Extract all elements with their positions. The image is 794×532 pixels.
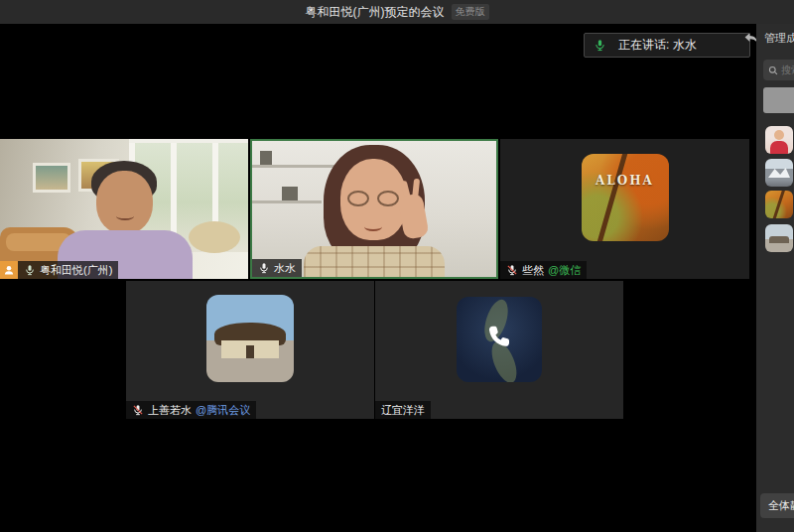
video-tile-host[interactable]: 粤和田悦(广州) xyxy=(0,139,248,279)
video-tile-avatar-autumn[interactable]: ALOHA 些然@微信 xyxy=(500,139,749,279)
avatar-head xyxy=(774,130,784,140)
mic-on-icon xyxy=(258,262,270,274)
avatar-text: ALOHA xyxy=(582,174,669,188)
mute-all-button[interactable]: 全体静音 xyxy=(760,493,794,518)
participant-list-avatar[interactable] xyxy=(765,159,793,187)
participant-search[interactable] xyxy=(763,60,794,80)
participants-sidebar: 管理成员 全体静音 xyxy=(756,24,794,532)
mic-muted-icon xyxy=(506,264,518,276)
video-tile-avatar-building[interactable]: 上善若水@腾讯会议 xyxy=(126,281,374,419)
shelf xyxy=(252,200,322,203)
shelf-item xyxy=(282,187,298,200)
free-version-badge[interactable]: 免费版 xyxy=(452,4,489,20)
mic-muted-icon xyxy=(132,404,144,416)
mountain-shape xyxy=(768,168,790,178)
participant-name: 粤和田悦(广州) xyxy=(40,263,112,278)
phone-icon xyxy=(484,323,514,356)
participant-name: 些然 xyxy=(522,263,544,278)
plaid-shirt xyxy=(304,246,445,279)
search-input[interactable] xyxy=(781,65,794,75)
night-avatar xyxy=(457,297,542,382)
search-icon xyxy=(768,66,778,75)
sidebar-panel-button[interactable] xyxy=(763,87,794,113)
host-badge-icon xyxy=(0,261,18,279)
wall-painting xyxy=(33,163,70,193)
autumn-avatar: ALOHA xyxy=(582,154,669,241)
building-shape xyxy=(769,236,789,243)
mic-active-icon xyxy=(594,39,606,52)
participant-list-avatar[interactable] xyxy=(765,126,793,154)
mic-on-icon xyxy=(24,264,36,276)
shelf xyxy=(252,165,343,168)
person-smile xyxy=(364,222,382,231)
building-door xyxy=(246,345,253,358)
participant-name-label: 些然@微信 xyxy=(500,261,587,279)
participant-name: 上善若水 xyxy=(148,403,192,418)
building-avatar xyxy=(206,295,294,382)
video-tile-speaking[interactable]: 水水 xyxy=(250,139,498,279)
branch xyxy=(595,154,627,241)
speaking-banner: 正在讲话: 水水 xyxy=(584,33,750,58)
participant-name-label: 上善若水@腾讯会议 xyxy=(126,401,256,419)
participant-name-label: 水水 xyxy=(252,259,302,277)
person-smile xyxy=(116,212,134,220)
person-head xyxy=(96,171,153,234)
branch xyxy=(772,191,785,218)
participant-list-avatar[interactable] xyxy=(765,224,793,252)
pouf xyxy=(189,221,240,253)
participant-list-avatar[interactable] xyxy=(765,191,793,218)
title-bar: 粤和田悦(广州)预定的会议 免费版 xyxy=(0,0,794,24)
glasses xyxy=(347,191,369,206)
participant-name-label: 辽宜洋洋 xyxy=(375,401,431,419)
video-tile-avatar-phone[interactable]: 辽宜洋洋 xyxy=(375,281,623,419)
speaking-banner-text: 正在讲话: 水水 xyxy=(618,37,697,54)
participant-name: 辽宜洋洋 xyxy=(381,403,425,418)
participant-name: 水水 xyxy=(274,261,296,276)
glasses xyxy=(377,191,399,206)
participant-source-suffix: @微信 xyxy=(548,263,581,278)
participant-source-suffix: @腾讯会议 xyxy=(196,403,250,418)
video-feed-living-room xyxy=(0,139,248,279)
video-feed-person xyxy=(252,141,496,277)
meeting-title: 粤和田悦(广州)预定的会议 xyxy=(306,4,445,21)
avatar-bust xyxy=(770,141,788,154)
participant-name-label: 粤和田悦(广州) xyxy=(18,261,118,279)
shelf-item xyxy=(260,151,272,165)
meeting-window: 粤和田悦(广州)预定的会议 免费版 正在讲话: 水水 xyxy=(0,0,794,532)
sidebar-title: 管理成员 xyxy=(764,31,794,46)
